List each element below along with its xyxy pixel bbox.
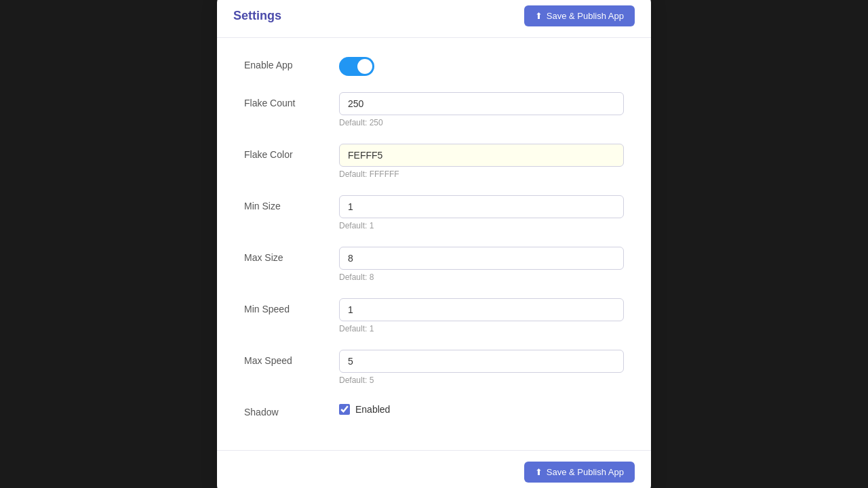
max-speed-row: Max Speed Default: 5 bbox=[244, 350, 624, 385]
max-speed-input[interactable] bbox=[339, 350, 624, 373]
flake-count-hint: Default: 250 bbox=[339, 118, 624, 127]
min-speed-input[interactable] bbox=[339, 298, 624, 321]
save-publish-label-top: Save & Publish App bbox=[547, 11, 624, 21]
flake-color-row: Flake Color Default: FFFFFF bbox=[244, 144, 624, 179]
flake-color-label: Flake Color bbox=[244, 144, 339, 160]
enable-app-label: Enable App bbox=[244, 54, 339, 70]
min-size-control: Default: 1 bbox=[339, 195, 624, 230]
flake-color-control: Default: FFFFFF bbox=[339, 144, 624, 179]
flake-color-input[interactable] bbox=[339, 144, 624, 167]
shadow-control: Enabled bbox=[339, 401, 624, 415]
min-size-input[interactable] bbox=[339, 195, 624, 218]
max-speed-control: Default: 5 bbox=[339, 350, 624, 385]
max-speed-label: Max Speed bbox=[244, 350, 339, 366]
enable-app-control bbox=[339, 54, 624, 76]
upload-icon-top: ⬆ bbox=[535, 11, 542, 21]
min-speed-control: Default: 1 bbox=[339, 298, 624, 333]
max-size-hint: Default: 8 bbox=[339, 272, 624, 282]
flake-count-control: Default: 250 bbox=[339, 92, 624, 127]
max-size-control: Default: 8 bbox=[339, 247, 624, 282]
min-speed-hint: Default: 1 bbox=[339, 324, 624, 333]
shadow-row: Shadow Enabled bbox=[244, 401, 624, 418]
shadow-checkbox[interactable] bbox=[339, 404, 350, 415]
max-size-row: Max Size Default: 8 bbox=[244, 247, 624, 282]
max-size-input[interactable] bbox=[339, 247, 624, 270]
settings-panel: Settings ⬆ Save & Publish App Enable App bbox=[217, 0, 651, 488]
save-publish-button-bottom[interactable]: ⬆ Save & Publish App bbox=[524, 462, 635, 483]
min-size-label: Min Size bbox=[244, 195, 339, 211]
flake-count-label: Flake Count bbox=[244, 92, 339, 108]
enable-app-row: Enable App bbox=[244, 54, 624, 76]
flake-count-input[interactable] bbox=[339, 92, 624, 115]
page-wrapper: Settings ⬆ Save & Publish App Enable App bbox=[0, 0, 868, 488]
max-speed-hint: Default: 5 bbox=[339, 375, 624, 385]
shadow-label: Shadow bbox=[244, 401, 339, 418]
min-size-hint: Default: 1 bbox=[339, 221, 624, 230]
flake-count-row: Flake Count Default: 250 bbox=[244, 92, 624, 127]
panel-header: Settings ⬆ Save & Publish App bbox=[217, 0, 651, 38]
min-speed-row: Min Speed Default: 1 bbox=[244, 298, 624, 333]
shadow-checkbox-label[interactable]: Enabled bbox=[339, 401, 624, 415]
min-speed-label: Min Speed bbox=[244, 298, 339, 314]
panel-footer: ⬆ Save & Publish App bbox=[217, 450, 651, 488]
max-size-label: Max Size bbox=[244, 247, 339, 263]
flake-color-hint: Default: FFFFFF bbox=[339, 169, 624, 179]
save-publish-label-bottom: Save & Publish App bbox=[547, 467, 624, 477]
shadow-enabled-text: Enabled bbox=[355, 404, 390, 415]
enable-app-toggle[interactable] bbox=[339, 57, 374, 76]
upload-icon-bottom: ⬆ bbox=[535, 467, 542, 477]
min-size-row: Min Size Default: 1 bbox=[244, 195, 624, 230]
toggle-slider bbox=[339, 57, 374, 76]
save-publish-button-top[interactable]: ⬆ Save & Publish App bbox=[524, 5, 635, 26]
panel-content: Enable App Flake Count Default: 250 bbox=[217, 38, 651, 450]
page-title: Settings bbox=[233, 9, 281, 23]
